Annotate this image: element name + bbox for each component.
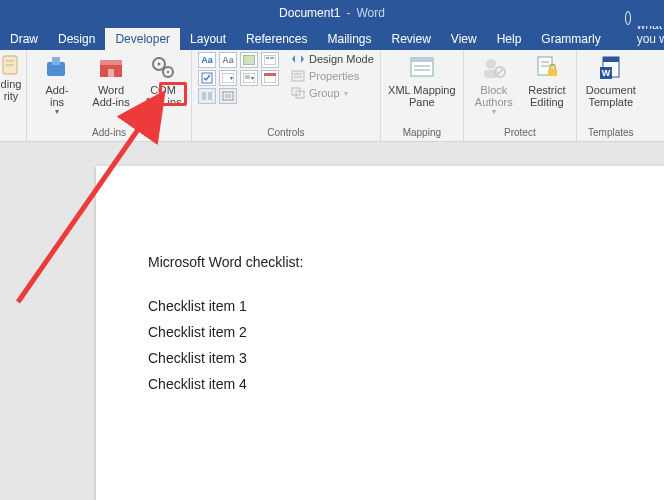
addins-button[interactable]: Add- ins ▾ [33, 52, 81, 116]
tab-design[interactable]: Design [48, 28, 105, 50]
document-template-button[interactable]: W Document Template [583, 52, 639, 108]
tab-layout[interactable]: Layout [180, 28, 236, 50]
legacy-tools-icon[interactable] [219, 88, 237, 104]
svg-rect-4 [52, 57, 60, 65]
xml-mapping-icon [408, 54, 436, 82]
repeating-control-icon[interactable] [198, 88, 216, 104]
design-mode-button[interactable]: Design Mode [291, 52, 374, 66]
rich-text-control-icon[interactable]: Aa [198, 52, 216, 68]
svg-text:W: W [602, 68, 611, 78]
xml-mapping-button[interactable]: XML Mapping Pane [387, 52, 457, 108]
com-addins-button[interactable]: COM Add-ins [141, 52, 185, 108]
doc-heading: Microsoft Word checklist: [148, 254, 612, 270]
document-name: Document1 [279, 6, 340, 20]
group-label-addins: Add-ins [33, 127, 185, 140]
svg-rect-6 [100, 60, 122, 65]
svg-rect-28 [292, 71, 304, 81]
ribbon: ding rity Add- ins ▾ Word Add-ins COM Ad… [0, 50, 664, 142]
list-item: Checklist item 3 [148, 350, 612, 366]
chevron-down-icon: ▾ [492, 108, 496, 116]
svg-rect-34 [411, 58, 433, 62]
title-bar: Document1 - Word [0, 0, 664, 26]
svg-rect-25 [208, 92, 212, 100]
properties-button[interactable]: Properties [291, 69, 374, 83]
svg-rect-24 [202, 92, 206, 100]
page[interactable]: Microsoft Word checklist: Checklist item… [96, 166, 664, 500]
svg-point-10 [158, 63, 161, 66]
chevron-down-icon: ▾ [55, 108, 59, 116]
plain-text-control-icon[interactable]: Aa [219, 52, 237, 68]
content-controls-gallery: Aa Aa [198, 52, 279, 104]
tab-developer[interactable]: Developer [105, 28, 180, 50]
chevron-down-icon: ▾ [344, 89, 348, 98]
group-templates: W Document Template Templates [577, 50, 645, 142]
app-name: Word [356, 6, 384, 20]
list-item: Checklist item 4 [148, 376, 612, 392]
list-item: Checklist item 1 [148, 298, 612, 314]
svg-rect-14 [264, 55, 276, 65]
document-area: Microsoft Word checklist: Checklist item… [0, 142, 664, 500]
scroll-icon [1, 54, 21, 78]
partial-left-button[interactable]: ding rity [2, 52, 20, 102]
title-separator: - [346, 6, 350, 20]
svg-rect-27 [225, 94, 231, 98]
svg-rect-46 [603, 57, 619, 62]
group-addins: Add- ins ▾ Word Add-ins COM Add-ins Add-… [27, 50, 192, 142]
document-template-icon: W [597, 54, 625, 82]
group-mapping: XML Mapping Pane Mapping [381, 50, 464, 142]
checkbox-control-icon[interactable] [198, 70, 216, 86]
group-label-mapping: Mapping [387, 127, 457, 140]
tab-help[interactable]: Help [487, 28, 532, 50]
picture-control-icon[interactable] [240, 52, 258, 68]
group-controls: Aa Aa [192, 50, 381, 142]
tab-mailings[interactable]: Mailings [317, 28, 381, 50]
svg-rect-12 [243, 55, 255, 65]
svg-line-40 [497, 69, 503, 75]
tab-draw[interactable]: Draw [0, 28, 48, 50]
block-authors-button[interactable]: Block Authors ▾ [470, 52, 518, 116]
group-button[interactable]: Group ▾ [291, 86, 374, 100]
svg-rect-15 [266, 57, 269, 59]
properties-icon [291, 69, 305, 83]
svg-rect-7 [108, 69, 114, 77]
svg-rect-16 [270, 57, 274, 59]
ribbon-tabs: Draw Design Developer Layout References … [0, 26, 664, 50]
tab-grammarly[interactable]: Grammarly [531, 28, 610, 50]
tab-references[interactable]: References [236, 28, 317, 50]
word-addins-button[interactable]: Word Add-ins [87, 52, 135, 108]
date-picker-control-icon[interactable] [261, 70, 279, 86]
combo-box-control-icon[interactable] [219, 70, 237, 86]
svg-rect-23 [264, 73, 276, 76]
tab-review[interactable]: Review [382, 28, 441, 50]
store-icon [97, 54, 125, 82]
addins-icon [43, 54, 71, 82]
group-label-protect: Protect [470, 127, 570, 140]
group-icon [291, 86, 305, 100]
block-authors-icon [480, 54, 508, 82]
restrict-editing-button[interactable]: Restrict Editing [524, 52, 570, 108]
design-mode-icon [291, 52, 305, 66]
lightbulb-icon [625, 11, 631, 25]
svg-rect-44 [548, 69, 557, 76]
building-block-control-icon[interactable] [261, 52, 279, 68]
group-label-controls: Controls [198, 127, 374, 140]
svg-point-13 [245, 57, 247, 59]
dropdown-control-icon[interactable] [240, 70, 258, 86]
svg-point-11 [167, 71, 169, 73]
list-item: Checklist item 2 [148, 324, 612, 340]
svg-point-37 [486, 59, 496, 69]
group-protect: Block Authors ▾ Restrict Editing Protect [464, 50, 577, 142]
restrict-editing-icon [533, 54, 561, 82]
gears-icon [149, 54, 177, 82]
group-label-templates: Templates [583, 127, 639, 140]
tab-view[interactable]: View [441, 28, 487, 50]
